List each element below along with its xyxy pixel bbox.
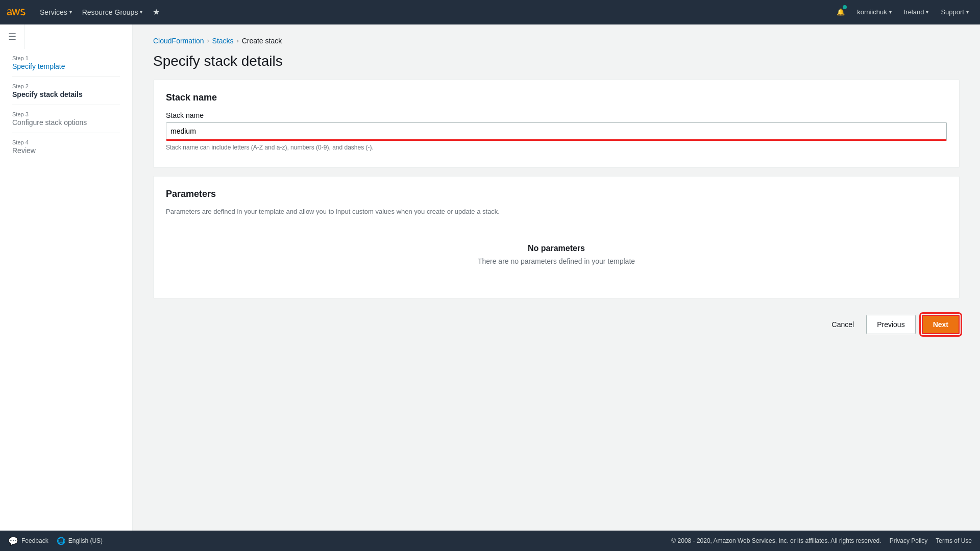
breadcrumb-stacks[interactable]: Stacks	[212, 37, 234, 45]
step-4-label: Step 4	[12, 139, 120, 145]
notifications-button[interactable]: 🔔	[831, 0, 850, 24]
breadcrumb-sep-2: ›	[237, 37, 239, 44]
parameters-empty-desc: There are no parameters defined in your …	[166, 257, 947, 265]
main-content: CloudFormation › Stacks › Create stack S…	[133, 24, 980, 531]
region-menu[interactable]: Ireland ▾	[899, 0, 934, 24]
language-label: English (US)	[68, 537, 103, 544]
top-navigation: Services ▾ Resource Groups ▾ ★ 🔔 korniic…	[0, 0, 980, 24]
step-3-label: Step 3	[12, 111, 120, 117]
aws-logo[interactable]	[6, 5, 27, 19]
favorites-icon[interactable]: ★	[148, 0, 165, 24]
stack-name-label: Stack name	[166, 111, 947, 119]
breadcrumb-sep-1: ›	[207, 37, 209, 44]
breadcrumb: CloudFormation › Stacks › Create stack	[153, 37, 960, 45]
footer: 💬 Feedback 🌐 English (US) © 2008 - 2020,…	[0, 531, 980, 551]
user-label: korniichuk	[857, 0, 887, 24]
resource-groups-label: Resource Groups	[82, 0, 138, 24]
support-menu[interactable]: Support ▾	[936, 0, 974, 24]
user-menu[interactable]: korniichuk ▾	[852, 0, 897, 24]
parameters-empty-title: No parameters	[166, 244, 947, 253]
previous-button[interactable]: Previous	[866, 315, 915, 334]
services-chevron-icon: ▾	[69, 0, 72, 24]
step-3-item: Step 3 Configure stack options	[12, 105, 120, 133]
globe-icon: 🌐	[57, 537, 65, 545]
support-label: Support	[941, 0, 964, 24]
page-title: Specify stack details	[153, 53, 960, 69]
parameters-card-title: Parameters	[166, 189, 947, 199]
feedback-button[interactable]: 💬 Feedback	[8, 536, 48, 546]
step-4-item: Step 4 Review	[12, 133, 120, 161]
user-chevron-icon: ▾	[889, 0, 892, 24]
feedback-icon: 💬	[8, 536, 18, 546]
step-2-item: Step 2 Specify stack details	[12, 77, 120, 105]
services-label: Services	[40, 0, 67, 24]
form-actions: Cancel Previous Next	[153, 307, 960, 342]
terms-of-use-link[interactable]: Terms of Use	[936, 537, 972, 544]
step-1-label: Step 1	[12, 55, 120, 61]
footer-left: 💬 Feedback 🌐 English (US)	[8, 536, 103, 546]
resource-groups-chevron-icon: ▾	[140, 0, 142, 24]
language-selector[interactable]: 🌐 English (US)	[57, 537, 103, 545]
resource-groups-menu[interactable]: Resource Groups ▾	[77, 0, 148, 24]
services-menu[interactable]: Services ▾	[35, 0, 77, 24]
step-2-label: Step 2	[12, 83, 120, 89]
left-navigation: Step 1 Specify template Step 2 Specify s…	[0, 24, 133, 531]
privacy-policy-link[interactable]: Privacy Policy	[890, 537, 928, 544]
step-1-title[interactable]: Specify template	[12, 62, 120, 70]
feedback-label: Feedback	[21, 537, 48, 544]
bell-icon: 🔔	[837, 0, 845, 24]
stack-name-card: Stack name Stack name Stack name can inc…	[153, 80, 960, 168]
step-1-item[interactable]: Step 1 Specify template	[12, 49, 120, 77]
support-chevron-icon: ▾	[966, 0, 969, 24]
next-button[interactable]: Next	[922, 315, 960, 334]
cancel-button[interactable]: Cancel	[826, 316, 861, 333]
sidebar-toggle-button[interactable]: ☰	[0, 24, 24, 49]
step-4-title: Review	[12, 146, 120, 155]
notification-dot	[843, 5, 847, 9]
stack-name-hint: Stack name can include letters (A-Z and …	[166, 144, 947, 151]
step-2-title: Specify stack details	[12, 90, 120, 98]
breadcrumb-cloudformation[interactable]: CloudFormation	[153, 37, 204, 45]
breadcrumb-current: Create stack	[242, 37, 282, 45]
footer-right: © 2008 - 2020, Amazon Web Services, Inc.…	[671, 537, 972, 544]
step-3-title: Configure stack options	[12, 118, 120, 127]
parameters-card: Parameters Parameters are defined in you…	[153, 176, 960, 298]
hamburger-icon: ☰	[8, 31, 16, 42]
stack-name-card-title: Stack name	[166, 92, 947, 103]
region-chevron-icon: ▾	[926, 0, 928, 24]
copyright-text: © 2008 - 2020, Amazon Web Services, Inc.…	[671, 537, 881, 544]
parameters-description: Parameters are defined in your template …	[166, 208, 947, 215]
stack-name-input[interactable]	[166, 122, 947, 141]
parameters-empty-state: No parameters There are no parameters de…	[166, 223, 947, 286]
region-label: Ireland	[904, 0, 924, 24]
stack-name-form-group: Stack name Stack name can include letter…	[166, 111, 947, 151]
